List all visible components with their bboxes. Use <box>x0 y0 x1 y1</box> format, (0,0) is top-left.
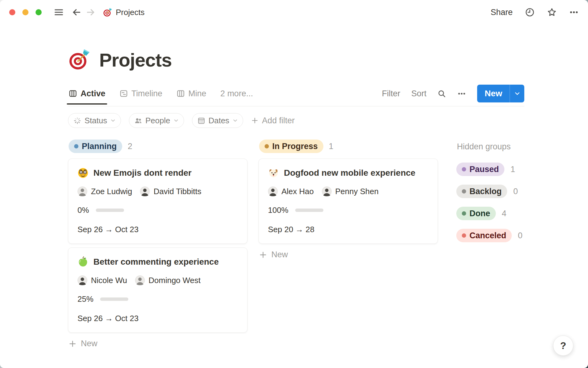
date-range: Sep 20 → 28 <box>268 225 428 234</box>
assignee-row: Nicole Wu Domingo West <box>77 275 238 285</box>
status-badge-backlog: Backlog <box>456 185 507 198</box>
assignee: Domingo West <box>135 275 201 285</box>
updates-clock-icon[interactable] <box>525 7 535 17</box>
page-header: Projects <box>68 48 524 71</box>
green-apple-emoji <box>77 256 89 267</box>
plus-icon <box>251 117 258 124</box>
hidden-group-done[interactable]: Done 4 <box>456 207 524 220</box>
favorite-star-icon[interactable] <box>547 7 557 17</box>
view-tab-bar: Active Timeline Mine 2 more... Filter So… <box>68 85 524 106</box>
avatar-penny-shen <box>322 186 332 196</box>
add-card-button-planning[interactable]: New <box>68 337 247 350</box>
add-filter-label: Add filter <box>262 116 295 125</box>
assignee-name: Domingo West <box>149 276 201 285</box>
status-badge-in-progress[interactable]: In Progress <box>259 140 323 153</box>
people-filter-chip[interactable]: People <box>129 113 184 128</box>
progress-row: 25% <box>77 294 238 304</box>
close-window-button[interactable] <box>9 9 15 15</box>
status-dot <box>462 211 466 216</box>
group-count: 0 <box>518 231 522 240</box>
assignee-name: Nicole Wu <box>91 276 127 285</box>
people-icon <box>134 117 142 125</box>
add-card-label: New <box>271 250 288 259</box>
tab-label: Timeline <box>131 89 162 98</box>
project-card-new-emojis[interactable]: New Emojis dont render Zoe Ludwig David … <box>68 159 247 244</box>
progress-label: 25% <box>77 294 93 304</box>
column-planning: Planning 2 New Emojis dont render Zoe Lu… <box>68 140 247 350</box>
window-controls <box>9 9 42 15</box>
status-badge-canceled: Canceled <box>456 229 512 242</box>
group-name: Planning <box>82 142 117 151</box>
status-badge-planning[interactable]: Planning <box>69 140 122 153</box>
filter-chip-row: Status People Dates Add filter <box>68 113 524 128</box>
progress-row: 0% <box>77 205 238 215</box>
chip-label: People <box>145 116 170 125</box>
tab-active-view[interactable]: Active <box>68 87 106 104</box>
tab-label: 2 more... <box>221 89 253 98</box>
new-button[interactable]: New <box>477 85 510 102</box>
group-header-in-progress: In Progress 1 <box>258 140 438 153</box>
avatar-alex-hao <box>268 186 278 196</box>
sidebar-toggle-icon[interactable] <box>54 7 64 17</box>
disguised-face-emoji <box>77 167 89 178</box>
group-count: 1 <box>329 142 334 151</box>
group-name: Paused <box>469 165 499 174</box>
project-card-dogfood-mobile[interactable]: Dogfood new mobile experience Alex Hao P… <box>258 159 438 244</box>
group-count: 0 <box>513 187 518 196</box>
progress-label: 100% <box>268 205 288 215</box>
zoom-window-button[interactable] <box>36 9 42 15</box>
date-range: Sep 26 → Oct 23 <box>77 314 238 323</box>
tab-timeline-view[interactable]: Timeline <box>119 87 163 104</box>
card-title-row: New Emojis dont render <box>77 167 238 178</box>
filter-button[interactable]: Filter <box>382 89 400 98</box>
search-icon[interactable] <box>437 89 446 98</box>
hidden-group-backlog[interactable]: Backlog 0 <box>456 185 524 198</box>
assignee-name: Zoe Ludwig <box>91 187 132 196</box>
tab-label: Active <box>81 89 105 98</box>
window-topbar: Projects Share <box>0 0 588 25</box>
help-button[interactable]: ? <box>553 335 573 356</box>
group-header-planning: Planning 2 <box>68 140 247 153</box>
tab-more-views[interactable]: 2 more... <box>220 87 254 104</box>
sort-button[interactable]: Sort <box>411 89 427 98</box>
calendar-icon <box>197 117 205 125</box>
tab-mine-view[interactable]: Mine <box>176 87 207 104</box>
group-count: 4 <box>502 209 507 218</box>
forward-arrow-icon[interactable] <box>86 7 96 17</box>
chevron-down-icon <box>232 118 238 123</box>
breadcrumb[interactable]: Projects <box>103 8 145 17</box>
new-button-dropdown[interactable] <box>510 85 524 102</box>
hidden-group-canceled[interactable]: Canceled 0 <box>456 229 524 242</box>
view-toolbar: Filter Sort New <box>382 85 524 106</box>
hidden-groups-panel: Hidden groups Paused 1 Backlog 0 Done 4 … <box>456 140 524 251</box>
avatar-nicole-wu <box>77 275 87 285</box>
chip-label: Status <box>85 116 107 125</box>
card-title: New Emojis dont render <box>93 168 192 178</box>
group-count: 2 <box>128 142 132 151</box>
group-name: Canceled <box>469 231 506 240</box>
back-arrow-icon[interactable] <box>72 7 81 17</box>
more-options-icon[interactable] <box>569 7 579 17</box>
view-options-ellipsis-icon[interactable] <box>457 89 466 98</box>
card-title: Dogfood new mobile experience <box>284 168 415 178</box>
status-badge-done: Done <box>456 207 496 220</box>
status-filter-chip[interactable]: Status <box>68 113 121 128</box>
add-card-button-in-progress[interactable]: New <box>258 248 438 261</box>
group-count: 1 <box>511 165 515 174</box>
dog-face-emoji <box>268 167 279 178</box>
topbar-actions: Share <box>491 7 579 17</box>
status-dot <box>265 144 269 148</box>
minimize-window-button[interactable] <box>22 9 28 15</box>
page-title[interactable]: Projects <box>99 49 172 71</box>
group-name: In Progress <box>272 142 318 151</box>
avatar-zoe-ludwig <box>77 186 87 196</box>
assignee-row: Alex Hao Penny Shen <box>268 186 428 196</box>
share-button[interactable]: Share <box>491 8 513 17</box>
dates-filter-chip[interactable]: Dates <box>192 113 243 128</box>
page-target-emoji[interactable] <box>68 48 91 71</box>
board: Planning 2 New Emojis dont render Zoe Lu… <box>68 140 524 350</box>
add-filter-button[interactable]: Add filter <box>251 116 295 125</box>
project-card-better-commenting[interactable]: Better commenting experience Nicole Wu D… <box>68 247 247 333</box>
breadcrumb-title: Projects <box>116 8 145 17</box>
hidden-group-paused[interactable]: Paused 1 <box>456 163 524 176</box>
